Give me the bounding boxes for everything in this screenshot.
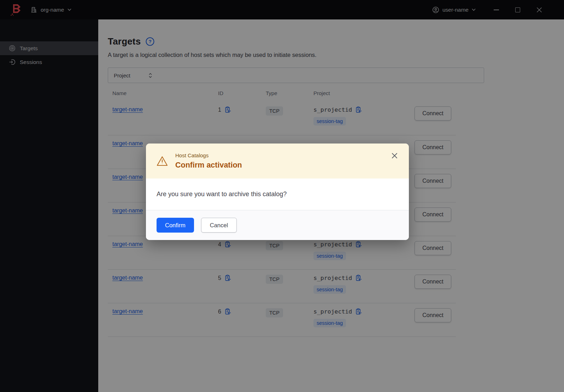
close-icon (392, 153, 398, 159)
dialog-close-button[interactable] (392, 153, 398, 159)
dialog-title: Confirm activation (175, 161, 242, 170)
warning-icon (157, 156, 168, 166)
dialog-footer: Confirm Cancel (146, 210, 409, 240)
confirm-dialog: Host Catalogs Confirm activation Are you… (146, 144, 409, 240)
cancel-button[interactable]: Cancel (201, 218, 237, 233)
confirm-button[interactable]: Confirm (157, 218, 194, 233)
dialog-tagline: Host Catalogs (175, 152, 242, 158)
dialog-message: Are you sure you want to archive this ca… (157, 191, 287, 198)
dialog-header: Host Catalogs Confirm activation (146, 144, 409, 179)
